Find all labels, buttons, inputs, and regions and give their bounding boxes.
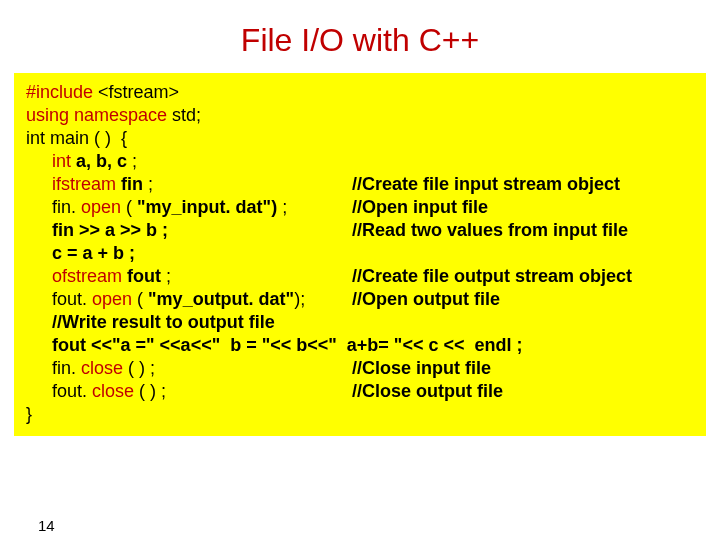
code-line: fin. close ( ) ; //Close input file bbox=[26, 357, 696, 380]
code-line: //Write result to output file bbox=[26, 311, 696, 334]
slide-title: File I/O with C++ bbox=[0, 22, 720, 59]
code-line: fin >> a >> b ; //Read two values from i… bbox=[26, 219, 696, 242]
code-line: ifstream fin ; //Create file input strea… bbox=[26, 173, 696, 196]
code-text: ); bbox=[294, 289, 305, 309]
code-comment: //Read two values from input file bbox=[352, 219, 628, 242]
code-keyword: open bbox=[92, 289, 132, 309]
code-comment: //Open input file bbox=[352, 196, 488, 219]
code-text: ( ) ; bbox=[134, 381, 166, 401]
code-keyword: close bbox=[81, 358, 123, 378]
code-keyword: #include bbox=[26, 82, 98, 102]
code-keyword: open bbox=[81, 197, 121, 217]
code-text: ; bbox=[132, 151, 137, 171]
code-comment: //Close input file bbox=[352, 357, 491, 380]
code-line: fin. open ( "my_input. dat") ; //Open in… bbox=[26, 196, 696, 219]
code-left: ofstream fout ; bbox=[52, 265, 352, 288]
code-text: ( bbox=[132, 289, 148, 309]
code-keyword: using namespace bbox=[26, 105, 167, 125]
code-comment: //Create file input stream object bbox=[352, 173, 620, 196]
code-box: #include <fstream> using namespace std; … bbox=[14, 73, 706, 436]
code-line: int main ( ) { bbox=[26, 127, 696, 150]
code-left: fin >> a >> b ; bbox=[52, 219, 352, 242]
code-comment: //Open output file bbox=[352, 288, 500, 311]
code-text: ; bbox=[148, 174, 153, 194]
code-left: fout. close ( ) ; bbox=[52, 380, 352, 403]
code-text: fout. bbox=[52, 381, 92, 401]
slide: File I/O with C++ #include <fstream> usi… bbox=[0, 22, 720, 540]
code-comment: //Close output file bbox=[352, 380, 503, 403]
code-line: int a, b, c ; bbox=[26, 150, 696, 173]
code-left: ifstream fin ; bbox=[52, 173, 352, 196]
code-text: fout. bbox=[52, 289, 92, 309]
code-left: fout. open ( "my_output. dat"); bbox=[52, 288, 352, 311]
code-text: fin. bbox=[52, 197, 81, 217]
code-line: #include <fstream> bbox=[26, 81, 696, 104]
code-line: using namespace std; bbox=[26, 104, 696, 127]
code-line: fout. close ( ) ; //Close output file bbox=[26, 380, 696, 403]
code-text: ( bbox=[121, 197, 137, 217]
code-comment: //Create file output stream object bbox=[352, 265, 632, 288]
code-keyword: close bbox=[92, 381, 134, 401]
code-bold: fin bbox=[116, 174, 148, 194]
code-bold: fout bbox=[122, 266, 166, 286]
code-line: } bbox=[26, 403, 696, 426]
code-text: ( ) ; bbox=[123, 358, 155, 378]
code-bold: "my_output. dat" bbox=[148, 289, 294, 309]
code-line: fout. open ( "my_output. dat"); //Open o… bbox=[26, 288, 696, 311]
code-bold: "my_input. dat") bbox=[137, 197, 282, 217]
code-left: fin. close ( ) ; bbox=[52, 357, 352, 380]
code-text: ; bbox=[166, 266, 171, 286]
page-number: 14 bbox=[38, 517, 55, 534]
code-line: ofstream fout ; //Create file output str… bbox=[26, 265, 696, 288]
code-line: c = a + b ; bbox=[26, 242, 696, 265]
code-text: fin. bbox=[52, 358, 81, 378]
code-keyword: ofstream bbox=[52, 266, 122, 286]
code-keyword: ifstream bbox=[52, 174, 116, 194]
code-bold: a, b, c bbox=[71, 151, 132, 171]
code-left: fin. open ( "my_input. dat") ; bbox=[52, 196, 352, 219]
code-text: <fstream> bbox=[98, 82, 179, 102]
code-keyword: int bbox=[52, 151, 71, 171]
code-line: fout <<"a =" <<a<<" b = "<< b<<" a+b= "<… bbox=[26, 334, 696, 357]
code-text: std; bbox=[167, 105, 201, 125]
code-text: ; bbox=[282, 197, 287, 217]
